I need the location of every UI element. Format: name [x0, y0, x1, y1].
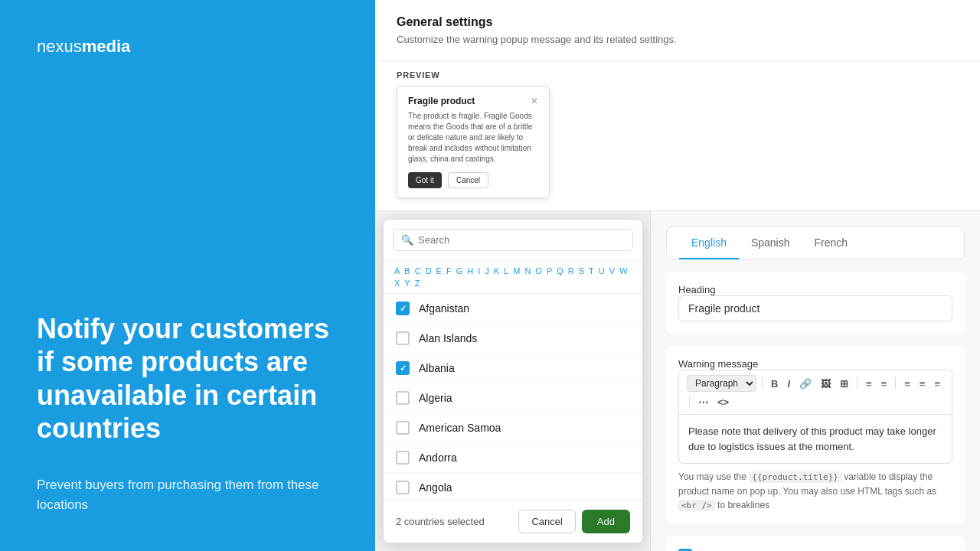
settings-panel: English Spanish French Heading Warning m…	[651, 211, 980, 551]
logo: nexusmedia	[37, 37, 338, 57]
country-checkbox[interactable]	[396, 421, 410, 435]
preview-popup-body: The product is fragile. Fragile Goods me…	[408, 111, 538, 165]
warning-message-section: Warning message Paragraph B I 🔗 🖼 ⊞ ≡	[666, 346, 965, 524]
tab-french[interactable]: French	[802, 227, 861, 259]
add-button[interactable]: Add	[582, 510, 630, 533]
cancel-button[interactable]: Cancel	[518, 510, 575, 533]
country-name: Afganistan	[419, 302, 469, 315]
alpha-F[interactable]: F	[445, 266, 453, 276]
list-item[interactable]: Alan Islands	[384, 324, 642, 354]
country-name: Andorra	[419, 452, 457, 464]
italic-button[interactable]: I	[784, 377, 793, 391]
alpha-U[interactable]: U	[597, 266, 606, 276]
alpha-E[interactable]: E	[435, 266, 443, 276]
country-checkbox[interactable]	[396, 481, 410, 494]
list-item[interactable]: Angola	[384, 473, 642, 500]
alpha-R[interactable]: R	[567, 266, 576, 276]
alpha-N[interactable]: N	[523, 266, 532, 276]
table-button[interactable]: ⊞	[837, 377, 851, 391]
ul-button[interactable]: ≡	[863, 377, 875, 391]
country-name: Albania	[419, 362, 455, 374]
link-button[interactable]: 🔗	[796, 377, 815, 391]
alpha-L[interactable]: L	[502, 266, 510, 276]
alpha-X[interactable]: X	[393, 278, 401, 289]
alpha-M[interactable]: M	[511, 266, 521, 276]
search-box: 🔍	[384, 220, 642, 261]
more-button[interactable]: ⋯	[695, 395, 711, 409]
alpha-Y[interactable]: Y	[403, 278, 411, 289]
list-item[interactable]: Andorra	[384, 443, 642, 473]
list-item[interactable]: Albania	[384, 354, 642, 383]
panels-row: 🔍 ABCDEFGHIJKLMNOPQRSTUVWXYZ AfganistanA…	[375, 211, 980, 551]
alpha-H[interactable]: H	[466, 266, 475, 276]
alpha-Q[interactable]: Q	[555, 266, 565, 276]
logo-text-start: nexus	[37, 37, 82, 56]
list-item[interactable]: Afganistan	[384, 294, 642, 324]
country-checkbox[interactable]	[396, 331, 410, 345]
alpha-Z[interactable]: Z	[413, 278, 422, 289]
preview-section: PREVIEW Fragile product ✕ The product is…	[375, 61, 980, 210]
alpha-A[interactable]: A	[393, 266, 401, 276]
alpha-K[interactable]: K	[492, 266, 501, 276]
language-tabs: English Spanish French	[666, 227, 965, 259]
country-name: Angola	[419, 481, 452, 494]
general-settings-section: General settings Customize the warning p…	[375, 0, 980, 61]
cancel-preview-button[interactable]: Cancel	[448, 172, 488, 188]
alpha-I[interactable]: I	[476, 266, 482, 276]
preview-close-icon[interactable]: ✕	[531, 96, 538, 106]
country-checkbox[interactable]	[396, 361, 410, 375]
alpha-C[interactable]: C	[413, 266, 423, 276]
alpha-V[interactable]: V	[608, 266, 616, 276]
country-name: Algeria	[419, 392, 452, 404]
tab-spanish[interactable]: Spanish	[739, 227, 802, 259]
toolbar: Paragraph B I 🔗 🖼 ⊞ ≡ ≡ ≡ ≡	[678, 370, 952, 415]
countries-section: Show this warning in certain countries o…	[666, 536, 965, 551]
selected-count: 2 countries selected	[396, 516, 485, 527]
alpha-P[interactable]: P	[545, 266, 554, 276]
country-name: Alan Islands	[419, 332, 477, 344]
hero-title: Notify your customers if some products a…	[37, 266, 338, 475]
country-checkbox[interactable]	[396, 391, 410, 405]
got-it-button[interactable]: Got it	[408, 172, 442, 188]
preview-popup-title: Fragile product	[408, 96, 475, 106]
code-button[interactable]: <>	[714, 395, 732, 409]
alpha-O[interactable]: O	[534, 266, 544, 276]
warning-message-body[interactable]: Please note that delivery of this produc…	[678, 415, 952, 464]
tab-english[interactable]: English	[679, 227, 739, 259]
picker-footer: 2 countries selected Cancel Add	[384, 500, 642, 543]
general-settings-title: General settings	[397, 15, 959, 29]
align-left-button[interactable]: ≡	[901, 377, 913, 391]
alpha-W[interactable]: W	[618, 266, 629, 276]
preview-label: PREVIEW	[397, 70, 959, 80]
country-checkbox[interactable]	[396, 451, 410, 465]
logo-text-end: media	[82, 37, 131, 56]
paragraph-select[interactable]: Paragraph	[687, 375, 756, 392]
helper-text: You may use the {{product.title}} variab…	[678, 470, 952, 512]
list-item[interactable]: American Samoa	[384, 413, 642, 443]
alpha-J[interactable]: J	[483, 266, 491, 276]
heading-input[interactable]	[678, 295, 952, 321]
alpha-T[interactable]: T	[587, 266, 596, 276]
ol-button[interactable]: ≡	[878, 377, 890, 391]
image-button[interactable]: 🖼	[818, 377, 834, 391]
alpha-S[interactable]: S	[577, 266, 586, 276]
warning-message-label: Warning message	[678, 358, 952, 370]
general-settings-desc: Customize the warning popup message and …	[397, 34, 959, 45]
alpha-B[interactable]: B	[403, 266, 411, 276]
align-center-button[interactable]: ≡	[916, 377, 929, 391]
country-checkbox[interactable]	[396, 302, 410, 315]
country-name: American Samoa	[419, 422, 501, 434]
country-picker-modal: 🔍 ABCDEFGHIJKLMNOPQRSTUVWXYZ AfganistanA…	[383, 219, 643, 543]
align-right-button[interactable]: ≡	[931, 377, 943, 391]
heading-label: Heading	[678, 284, 952, 295]
country-list: AfganistanAlan IslandsAlbaniaAlgeriaAmer…	[384, 294, 642, 500]
heading-section: Heading	[666, 272, 965, 334]
search-input[interactable]	[418, 234, 625, 246]
alpha-G[interactable]: G	[455, 266, 465, 276]
hero-subtitle: Prevent buyers from purchasing them from…	[37, 475, 338, 514]
top-bar: General settings Customize the warning p…	[375, 0, 980, 211]
bold-button[interactable]: B	[768, 377, 781, 391]
search-icon: 🔍	[401, 234, 413, 246]
list-item[interactable]: Algeria	[384, 383, 642, 413]
alpha-D[interactable]: D	[424, 266, 433, 276]
